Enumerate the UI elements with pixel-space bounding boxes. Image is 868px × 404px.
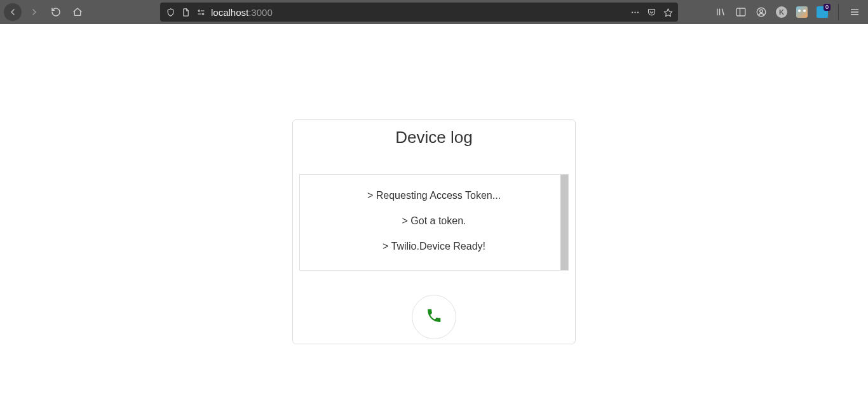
url-port: :3000 [248,7,273,18]
url-host: localhost [211,7,248,18]
shield-icon[interactable] [165,7,175,17]
account-icon[interactable] [756,6,767,18]
svg-point-4 [632,11,633,13]
reload-button[interactable] [47,3,65,21]
extension-1-icon[interactable] [796,6,808,18]
bookmark-star-icon[interactable] [663,7,673,17]
back-button[interactable] [4,3,22,21]
library-icon[interactable] [715,6,726,18]
svg-line-10 [722,9,724,16]
page-actions-icon[interactable] [630,7,640,17]
log-line: > Requesting Access Token... [300,190,568,201]
extension-2-badge: 0 [824,4,831,11]
page-content: Device log > Requesting Access Token... … [0,24,868,404]
call-button[interactable] [412,295,456,339]
permissions-icon[interactable] [196,7,206,17]
log-line: > Twilio.Device Ready! [300,241,568,252]
browser-chrome: localhost:3000 K 0 [0,0,868,24]
svg-point-5 [634,11,635,13]
svg-point-2 [202,13,204,15]
profile-avatar[interactable]: K [776,6,787,18]
svg-marker-7 [664,8,672,16]
toolbar-right: K 0 [715,4,864,20]
forward-button[interactable] [25,3,43,21]
page-icon [180,7,191,17]
sidebar-icon[interactable] [735,6,747,18]
card-title: Device log [299,128,569,147]
toolbar-divider [838,4,839,20]
log-box: > Requesting Access Token... > Got a tok… [299,174,569,271]
svg-rect-11 [736,8,745,16]
url-bar-actions [630,7,673,17]
log-line: > Got a token. [300,215,568,227]
url-bar[interactable]: localhost:3000 [160,3,678,22]
log-scrollbar[interactable] [560,175,568,270]
home-button[interactable] [69,3,86,21]
svg-point-14 [760,10,763,13]
svg-point-0 [198,10,200,11]
app-menu-icon[interactable] [849,6,860,18]
extension-2-icon[interactable]: 0 [817,6,828,18]
url-text: localhost:3000 [211,7,273,18]
device-log-card: Device log > Requesting Access Token... … [292,119,576,344]
pocket-icon[interactable] [646,7,656,17]
phone-icon [426,307,442,327]
svg-point-6 [637,11,638,13]
log-lines: > Requesting Access Token... > Got a tok… [300,175,568,252]
